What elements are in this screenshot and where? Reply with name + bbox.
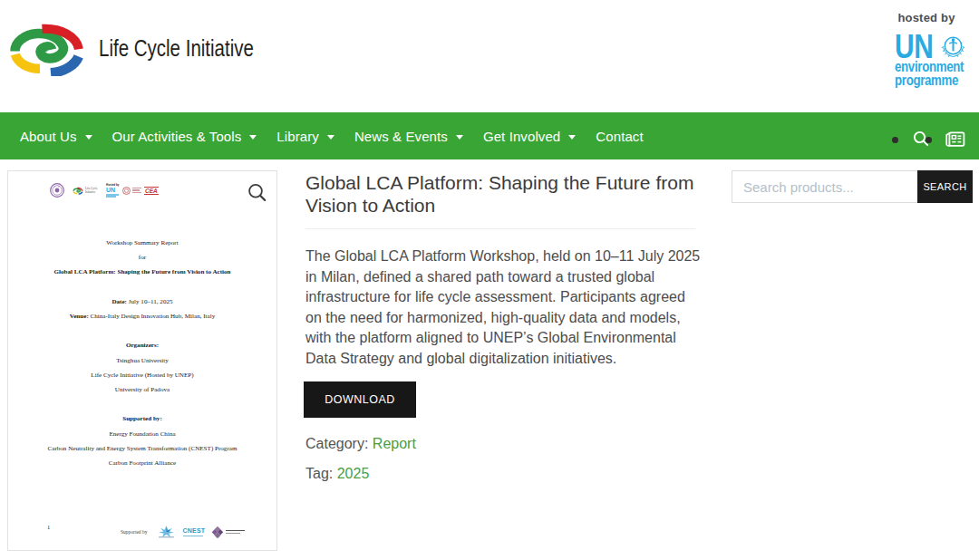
carbon-footprint-alliance-logo-icon <box>211 526 224 538</box>
unep-programme-text: programme <box>895 74 958 86</box>
nav-bullet-dot <box>892 137 898 143</box>
site-title[interactable]: Life Cycle Initiative <box>99 37 254 60</box>
cover-line: Life Cycle Initiative (Hosted by UNEP) <box>8 368 276 382</box>
cover-line: Workshop Summary Report <box>8 236 276 250</box>
report-cover-thumbnail[interactable]: ✦✦ Life Cycle Initiative Hosted by UN <box>7 170 277 551</box>
cover-blank-line <box>8 280 276 294</box>
unep-mini-text-bar <box>106 196 116 198</box>
category-link[interactable]: Report <box>373 436 416 451</box>
tag-link[interactable]: 2025 <box>337 466 370 481</box>
cover-line: Organizers: <box>8 338 276 352</box>
cover-header-logos: ✦✦ Life Cycle Initiative Hosted by UN <box>50 182 159 198</box>
cfa-text-bar <box>226 530 245 532</box>
cover-line-label: Venue: <box>70 313 89 320</box>
product-search-widget: SEARCH <box>732 170 973 203</box>
cover-line: University of Padova <box>8 382 276 397</box>
unep-emblem-icon <box>940 34 966 60</box>
cover-line: Energy Foundation China <box>8 427 276 441</box>
cfa-text-bar <box>226 533 240 534</box>
search-products-input[interactable] <box>732 170 917 203</box>
tag-label: Tag: <box>305 466 333 481</box>
cover-text: Workshop Summary Report for Global LCA P… <box>8 236 276 470</box>
nav-item-get-involved[interactable]: Get Involved <box>483 129 576 144</box>
chevron-down-icon <box>249 135 257 140</box>
cover-page-number: 1 <box>47 524 50 530</box>
nav-item-news-events[interactable]: News & Events <box>354 129 463 144</box>
tag-line: Tag: 2025 <box>305 466 369 482</box>
search-products-button[interactable]: SEARCH <box>917 170 973 203</box>
product-title: Global LCA Platform: Shaping the Future … <box>305 171 704 217</box>
newspaper-icon[interactable] <box>945 131 965 147</box>
university-of-padova-seal-icon <box>122 187 131 195</box>
category-line: Category: Report <box>305 436 416 452</box>
nav-item-library[interactable]: Library <box>276 129 334 144</box>
nav-item-label: Get Involved <box>483 129 560 144</box>
cover-line: for <box>8 250 276 265</box>
cover-line: Supported by: <box>8 411 276 426</box>
cover-blank-line <box>8 397 276 411</box>
red-text-bar <box>132 189 140 190</box>
chevron-down-icon <box>327 135 334 140</box>
nav-item-our-activities-tools[interactable]: Our Activities & Tools <box>112 129 257 144</box>
svg-text:✦: ✦ <box>53 185 56 188</box>
zoom-magnifier-icon[interactable] <box>247 182 268 204</box>
hosted-by-label: hosted by <box>893 11 960 24</box>
life-cycle-initiative-logo-icon <box>7 22 87 76</box>
main-nav: About Us Our Activities & Tools Library … <box>0 112 979 159</box>
cnest-logo: CNEST <box>183 527 206 536</box>
nav-item-label: Our Activities & Tools <box>112 129 242 144</box>
site-header: Life Cycle Initiative hosted by UN <box>0 0 979 112</box>
category-label: Category: <box>305 436 368 451</box>
cover-line-text: July 10–11, 2025 <box>127 298 173 305</box>
site-logo[interactable] <box>7 22 87 76</box>
cover-line: Date: July 10–11, 2025 <box>8 294 276 309</box>
download-button[interactable]: DOWNLOAD <box>304 381 416 418</box>
cover-line: Global LCA Platform: Shaping the Future … <box>8 265 276 279</box>
cover-supported-by-label: Supported by <box>121 529 148 535</box>
cover-blank-line <box>8 323 276 338</box>
nav-item-label: News & Events <box>354 129 448 144</box>
cover-line: Carbon Neutrality and Energy System Tran… <box>8 441 276 456</box>
cea-logo: CEA <box>144 187 159 195</box>
university-red-text <box>132 188 141 194</box>
title-separator <box>305 228 695 229</box>
energy-foundation-logo-icon <box>155 526 178 538</box>
hosted-by-block: hosted by UN environment <box>893 11 960 24</box>
chevron-down-icon <box>456 135 463 140</box>
tsinghua-university-seal-icon: ✦✦ <box>50 183 64 198</box>
nav-item-label: About Us <box>20 129 77 144</box>
cnest-text: CNEST <box>183 527 206 535</box>
unep-mini-text-bar <box>106 194 119 196</box>
red-text-bar <box>132 188 141 188</box>
life-cycle-initiative-mini-logo-icon <box>73 187 83 195</box>
cover-line: Tsinghua University <box>8 353 276 368</box>
nav-item-label: Library <box>276 129 319 144</box>
cover-line-text: China-Italy Design Innovation Hub, Milan… <box>89 313 216 320</box>
chevron-down-icon <box>568 135 576 140</box>
nav-item-about-us[interactable]: About Us <box>20 129 92 144</box>
cover-unep-mini-logo: Hosted by UN <box>106 183 119 198</box>
nav-item-contact[interactable]: Contact <box>596 129 643 144</box>
nav-bullet-dot <box>926 137 932 143</box>
cover-mini-brand-text: Life Cycle Initiative <box>85 187 103 194</box>
cover-sponsor-logos: Supported by CNEST <box>121 526 245 538</box>
product-description: The Global LCA Platform Workshop, held o… <box>305 246 703 370</box>
red-text-bar <box>132 192 141 193</box>
nav-item-label: Contact <box>596 129 643 144</box>
cover-line-label: Date: <box>111 298 127 305</box>
cfa-text <box>226 530 245 535</box>
cnest-subtext-bar <box>183 536 203 536</box>
cover-line: Venue: China-Italy Design Innovation Hub… <box>8 309 276 323</box>
chevron-down-icon <box>85 135 92 140</box>
cover-line: Carbon Footprint Alliance <box>8 456 276 470</box>
cover-footer: 1 Supported by CNEST <box>8 518 276 546</box>
unep-logo: UN environment programme <box>895 31 974 91</box>
nav-list: About Us Our Activities & Tools Library … <box>0 112 979 159</box>
cover-mini-un-text: UN <box>106 187 119 193</box>
